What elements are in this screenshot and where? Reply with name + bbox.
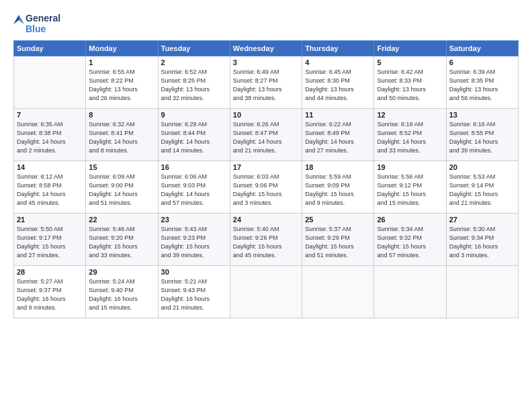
day-info: Sunrise: 5:34 AM Sunset: 9:32 PM Dayligh…	[377, 225, 443, 260]
day-info: Sunrise: 6:29 AM Sunset: 8:44 PM Dayligh…	[161, 120, 227, 155]
calendar-cell: 15Sunrise: 6:09 AM Sunset: 9:00 PM Dayli…	[86, 161, 158, 214]
day-number: 6	[449, 58, 515, 66]
day-number: 24	[233, 216, 299, 224]
calendar-cell: 13Sunrise: 6:16 AM Sunset: 8:55 PM Dayli…	[446, 109, 518, 161]
calendar-cell: 6Sunrise: 6:39 AM Sunset: 8:35 PM Daylig…	[446, 56, 518, 109]
day-number: 15	[89, 163, 154, 171]
calendar-cell: 9Sunrise: 6:29 AM Sunset: 8:44 PM Daylig…	[158, 109, 230, 161]
svg-marker-3	[13, 15, 19, 24]
week-row-1: 1Sunrise: 6:55 AM Sunset: 8:22 PM Daylig…	[14, 56, 519, 109]
day-number: 1	[89, 58, 154, 66]
day-info: Sunrise: 6:03 AM Sunset: 9:06 PM Dayligh…	[233, 173, 299, 208]
day-info: Sunrise: 6:55 AM Sunset: 8:22 PM Dayligh…	[89, 68, 154, 103]
weekday-header-saturday: Saturday	[446, 41, 518, 56]
day-info: Sunrise: 5:50 AM Sunset: 9:17 PM Dayligh…	[17, 225, 83, 260]
day-number: 25	[305, 216, 371, 224]
calendar-cell	[230, 266, 302, 318]
weekday-header-sunday: Sunday	[14, 41, 86, 56]
calendar-cell: 11Sunrise: 6:22 AM Sunset: 8:49 PM Dayli…	[302, 109, 374, 161]
day-info: Sunrise: 6:35 AM Sunset: 8:38 PM Dayligh…	[17, 120, 83, 155]
calendar-cell: 3Sunrise: 6:49 AM Sunset: 8:27 PM Daylig…	[230, 56, 302, 109]
day-number: 2	[161, 58, 227, 66]
day-number: 7	[17, 111, 83, 119]
day-number: 13	[449, 111, 515, 119]
weekday-header-row: SundayMondayTuesdayWednesdayThursdayFrid…	[14, 41, 519, 56]
day-info: Sunrise: 6:42 AM Sunset: 8:33 PM Dayligh…	[377, 68, 443, 103]
day-info: Sunrise: 6:06 AM Sunset: 9:03 PM Dayligh…	[161, 173, 227, 208]
day-number: 30	[161, 268, 227, 276]
svg-text:General: General	[26, 13, 60, 24]
svg-text:Blue: Blue	[26, 24, 46, 34]
logo: General Blue	[13, 11, 67, 36]
calendar-cell: 23Sunrise: 5:43 AM Sunset: 9:23 PM Dayli…	[158, 214, 230, 266]
day-number: 26	[377, 216, 443, 224]
header: General Blue	[13, 11, 519, 36]
calendar-cell: 26Sunrise: 5:34 AM Sunset: 9:32 PM Dayli…	[374, 214, 446, 266]
day-number: 21	[17, 216, 83, 224]
day-number: 28	[17, 268, 83, 276]
calendar-cell	[374, 266, 446, 318]
week-row-4: 21Sunrise: 5:50 AM Sunset: 9:17 PM Dayli…	[14, 214, 519, 266]
day-info: Sunrise: 6:39 AM Sunset: 8:35 PM Dayligh…	[449, 68, 515, 103]
calendar-cell: 12Sunrise: 6:19 AM Sunset: 8:52 PM Dayli…	[374, 109, 446, 161]
day-info: Sunrise: 6:22 AM Sunset: 8:49 PM Dayligh…	[305, 120, 371, 155]
day-info: Sunrise: 5:53 AM Sunset: 9:14 PM Dayligh…	[449, 173, 515, 208]
day-info: Sunrise: 5:30 AM Sunset: 9:34 PM Dayligh…	[449, 225, 515, 260]
calendar-cell: 27Sunrise: 5:30 AM Sunset: 9:34 PM Dayli…	[446, 214, 518, 266]
calendar-cell: 22Sunrise: 5:46 AM Sunset: 9:20 PM Dayli…	[86, 214, 158, 266]
calendar-cell: 14Sunrise: 6:12 AM Sunset: 8:58 PM Dayli…	[14, 161, 86, 214]
calendar-cell: 16Sunrise: 6:06 AM Sunset: 9:03 PM Dayli…	[158, 161, 230, 214]
calendar-cell: 7Sunrise: 6:35 AM Sunset: 8:38 PM Daylig…	[14, 109, 86, 161]
weekday-header-thursday: Thursday	[302, 41, 374, 56]
page: General Blue SundayMondayTuesdayWednesda…	[0, 0, 532, 411]
calendar-cell: 20Sunrise: 5:53 AM Sunset: 9:14 PM Dayli…	[446, 161, 518, 214]
weekday-header-monday: Monday	[86, 41, 158, 56]
calendar-cell: 21Sunrise: 5:50 AM Sunset: 9:17 PM Dayli…	[14, 214, 86, 266]
day-number: 8	[89, 111, 154, 119]
day-info: Sunrise: 6:45 AM Sunset: 8:30 PM Dayligh…	[305, 68, 371, 103]
day-info: Sunrise: 5:56 AM Sunset: 9:12 PM Dayligh…	[377, 173, 443, 208]
day-info: Sunrise: 6:12 AM Sunset: 8:58 PM Dayligh…	[17, 173, 83, 208]
calendar-cell: 10Sunrise: 6:26 AM Sunset: 8:47 PM Dayli…	[230, 109, 302, 161]
day-info: Sunrise: 6:49 AM Sunset: 8:27 PM Dayligh…	[233, 68, 299, 103]
calendar-cell: 17Sunrise: 6:03 AM Sunset: 9:06 PM Dayli…	[230, 161, 302, 214]
day-number: 29	[89, 268, 154, 276]
day-number: 4	[305, 58, 371, 66]
day-number: 10	[233, 111, 299, 119]
day-info: Sunrise: 5:40 AM Sunset: 9:26 PM Dayligh…	[233, 225, 299, 260]
calendar-cell: 18Sunrise: 5:59 AM Sunset: 9:09 PM Dayli…	[302, 161, 374, 214]
svg-marker-2	[19, 15, 24, 24]
calendar-cell	[302, 266, 374, 318]
logo-svg: General Blue	[13, 11, 67, 36]
calendar-cell: 4Sunrise: 6:45 AM Sunset: 8:30 PM Daylig…	[302, 56, 374, 109]
day-info: Sunrise: 5:46 AM Sunset: 9:20 PM Dayligh…	[89, 225, 154, 260]
day-info: Sunrise: 6:09 AM Sunset: 9:00 PM Dayligh…	[89, 173, 154, 208]
day-number: 3	[233, 58, 299, 66]
calendar-cell: 19Sunrise: 5:56 AM Sunset: 9:12 PM Dayli…	[374, 161, 446, 214]
week-row-2: 7Sunrise: 6:35 AM Sunset: 8:38 PM Daylig…	[14, 109, 519, 161]
calendar-cell: 25Sunrise: 5:37 AM Sunset: 9:29 PM Dayli…	[302, 214, 374, 266]
day-number: 14	[17, 163, 83, 171]
day-info: Sunrise: 5:43 AM Sunset: 9:23 PM Dayligh…	[161, 225, 227, 260]
weekday-header-friday: Friday	[374, 41, 446, 56]
calendar-cell: 24Sunrise: 5:40 AM Sunset: 9:26 PM Dayli…	[230, 214, 302, 266]
calendar-cell: 28Sunrise: 5:27 AM Sunset: 9:37 PM Dayli…	[14, 266, 86, 318]
calendar-cell: 8Sunrise: 6:32 AM Sunset: 8:41 PM Daylig…	[86, 109, 158, 161]
calendar-cell: 29Sunrise: 5:24 AM Sunset: 9:40 PM Dayli…	[86, 266, 158, 318]
day-number: 18	[305, 163, 371, 171]
calendar-cell: 5Sunrise: 6:42 AM Sunset: 8:33 PM Daylig…	[374, 56, 446, 109]
day-info: Sunrise: 6:26 AM Sunset: 8:47 PM Dayligh…	[233, 120, 299, 155]
day-number: 27	[449, 216, 515, 224]
day-info: Sunrise: 5:27 AM Sunset: 9:37 PM Dayligh…	[17, 277, 83, 312]
day-info: Sunrise: 6:19 AM Sunset: 8:52 PM Dayligh…	[377, 120, 443, 155]
calendar-cell	[14, 56, 86, 109]
day-info: Sunrise: 5:24 AM Sunset: 9:40 PM Dayligh…	[89, 277, 154, 312]
week-row-5: 28Sunrise: 5:27 AM Sunset: 9:37 PM Dayli…	[14, 266, 519, 318]
day-number: 20	[449, 163, 515, 171]
calendar-cell	[446, 266, 518, 318]
day-number: 9	[161, 111, 227, 119]
day-number: 17	[233, 163, 299, 171]
day-number: 19	[377, 163, 443, 171]
calendar-cell: 30Sunrise: 5:21 AM Sunset: 9:43 PM Dayli…	[158, 266, 230, 318]
day-info: Sunrise: 6:32 AM Sunset: 8:41 PM Dayligh…	[89, 120, 154, 155]
